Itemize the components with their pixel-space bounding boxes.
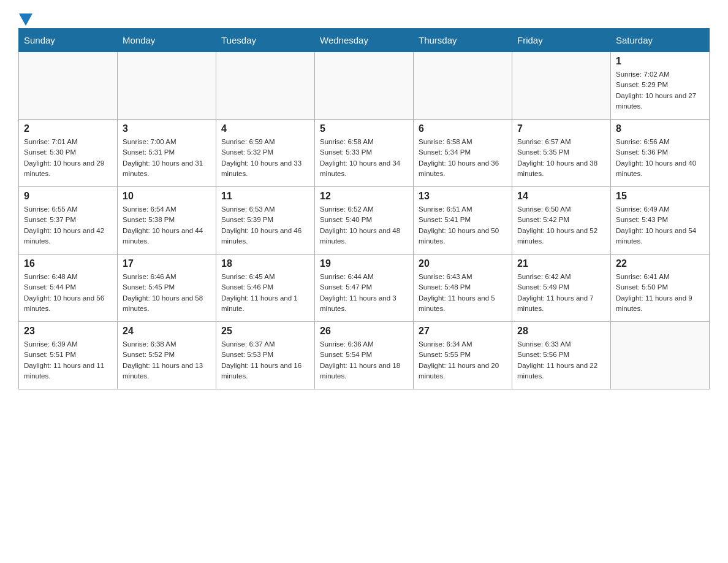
logo — [18, 12, 32, 22]
calendar-cell — [512, 52, 611, 120]
weekday-header-tuesday: Tuesday — [216, 29, 315, 52]
day-info: Sunrise: 6:34 AM Sunset: 5:55 PM Dayligh… — [419, 339, 507, 381]
day-number: 17 — [123, 258, 211, 269]
day-info: Sunrise: 6:36 AM Sunset: 5:54 PM Dayligh… — [320, 339, 408, 381]
day-number: 22 — [616, 258, 704, 269]
day-number: 7 — [517, 123, 605, 134]
calendar-cell: 21Sunrise: 6:42 AM Sunset: 5:49 PM Dayli… — [512, 255, 611, 322]
weekday-header-thursday: Thursday — [414, 29, 512, 52]
day-info: Sunrise: 6:50 AM Sunset: 5:42 PM Dayligh… — [517, 204, 605, 247]
day-info: Sunrise: 6:43 AM Sunset: 5:48 PM Dayligh… — [419, 272, 507, 314]
day-number: 5 — [320, 123, 408, 134]
calendar-table: SundayMondayTuesdayWednesdayThursdayFrid… — [18, 28, 710, 389]
calendar-cell — [611, 322, 710, 389]
week-row-1: 1Sunrise: 7:02 AM Sunset: 5:29 PM Daylig… — [19, 52, 710, 120]
calendar-cell: 25Sunrise: 6:37 AM Sunset: 5:53 PM Dayli… — [216, 322, 315, 389]
page-header — [18, 12, 710, 22]
calendar-cell: 19Sunrise: 6:44 AM Sunset: 5:47 PM Dayli… — [315, 255, 414, 322]
day-number: 24 — [123, 326, 211, 337]
day-info: Sunrise: 7:02 AM Sunset: 5:29 PM Dayligh… — [616, 69, 704, 112]
day-number: 21 — [517, 258, 605, 269]
logo-triangle-icon — [19, 13, 32, 27]
calendar-cell: 26Sunrise: 6:36 AM Sunset: 5:54 PM Dayli… — [315, 322, 414, 389]
day-number: 9 — [24, 191, 112, 202]
calendar-cell: 28Sunrise: 6:33 AM Sunset: 5:56 PM Dayli… — [512, 322, 611, 389]
day-info: Sunrise: 6:53 AM Sunset: 5:39 PM Dayligh… — [221, 204, 309, 247]
calendar-cell: 23Sunrise: 6:39 AM Sunset: 5:51 PM Dayli… — [19, 322, 118, 389]
day-info: Sunrise: 7:00 AM Sunset: 5:31 PM Dayligh… — [123, 137, 211, 179]
svg-marker-0 — [19, 13, 32, 26]
calendar-cell: 15Sunrise: 6:49 AM Sunset: 5:43 PM Dayli… — [611, 187, 710, 255]
calendar-cell: 1Sunrise: 7:02 AM Sunset: 5:29 PM Daylig… — [611, 52, 710, 120]
day-info: Sunrise: 6:55 AM Sunset: 5:37 PM Dayligh… — [24, 204, 112, 247]
day-info: Sunrise: 6:42 AM Sunset: 5:49 PM Dayligh… — [517, 272, 605, 314]
day-info: Sunrise: 6:57 AM Sunset: 5:35 PM Dayligh… — [517, 137, 605, 179]
calendar-cell: 18Sunrise: 6:45 AM Sunset: 5:46 PM Dayli… — [216, 255, 315, 322]
calendar-cell: 3Sunrise: 7:00 AM Sunset: 5:31 PM Daylig… — [118, 120, 216, 187]
day-info: Sunrise: 6:48 AM Sunset: 5:44 PM Dayligh… — [24, 272, 112, 314]
day-number: 14 — [517, 191, 605, 202]
day-info: Sunrise: 6:44 AM Sunset: 5:47 PM Dayligh… — [320, 272, 408, 314]
calendar-cell: 10Sunrise: 6:54 AM Sunset: 5:38 PM Dayli… — [118, 187, 216, 255]
day-info: Sunrise: 6:58 AM Sunset: 5:34 PM Dayligh… — [419, 137, 507, 179]
calendar-cell: 11Sunrise: 6:53 AM Sunset: 5:39 PM Dayli… — [216, 187, 315, 255]
calendar-cell — [216, 52, 315, 120]
calendar-cell: 17Sunrise: 6:46 AM Sunset: 5:45 PM Dayli… — [118, 255, 216, 322]
calendar-cell: 20Sunrise: 6:43 AM Sunset: 5:48 PM Dayli… — [414, 255, 512, 322]
calendar-cell — [118, 52, 216, 120]
day-number: 28 — [517, 326, 605, 337]
calendar-cell: 14Sunrise: 6:50 AM Sunset: 5:42 PM Dayli… — [512, 187, 611, 255]
day-info: Sunrise: 6:56 AM Sunset: 5:36 PM Dayligh… — [616, 137, 704, 179]
weekday-header-wednesday: Wednesday — [315, 29, 414, 52]
day-info: Sunrise: 6:38 AM Sunset: 5:52 PM Dayligh… — [123, 339, 211, 381]
day-number: 20 — [419, 258, 507, 269]
weekday-header-row: SundayMondayTuesdayWednesdayThursdayFrid… — [19, 29, 710, 52]
day-number: 8 — [616, 123, 704, 134]
day-number: 16 — [24, 258, 112, 269]
day-number: 13 — [419, 191, 507, 202]
weekday-header-friday: Friday — [512, 29, 611, 52]
day-info: Sunrise: 7:01 AM Sunset: 5:30 PM Dayligh… — [24, 137, 112, 179]
day-info: Sunrise: 6:39 AM Sunset: 5:51 PM Dayligh… — [24, 339, 112, 381]
day-number: 27 — [419, 326, 507, 337]
day-number: 23 — [24, 326, 112, 337]
calendar-cell: 4Sunrise: 6:59 AM Sunset: 5:32 PM Daylig… — [216, 120, 315, 187]
day-number: 25 — [221, 326, 309, 337]
week-row-2: 2Sunrise: 7:01 AM Sunset: 5:30 PM Daylig… — [19, 120, 710, 187]
calendar-cell: 7Sunrise: 6:57 AM Sunset: 5:35 PM Daylig… — [512, 120, 611, 187]
day-info: Sunrise: 6:46 AM Sunset: 5:45 PM Dayligh… — [123, 272, 211, 314]
weekday-header-monday: Monday — [118, 29, 216, 52]
day-number: 1 — [616, 56, 704, 67]
day-info: Sunrise: 6:51 AM Sunset: 5:41 PM Dayligh… — [419, 204, 507, 247]
day-info: Sunrise: 6:49 AM Sunset: 5:43 PM Dayligh… — [616, 204, 704, 247]
calendar-cell: 6Sunrise: 6:58 AM Sunset: 5:34 PM Daylig… — [414, 120, 512, 187]
day-info: Sunrise: 6:41 AM Sunset: 5:50 PM Dayligh… — [616, 272, 704, 314]
day-number: 6 — [419, 123, 507, 134]
calendar-cell: 22Sunrise: 6:41 AM Sunset: 5:50 PM Dayli… — [611, 255, 710, 322]
week-row-3: 9Sunrise: 6:55 AM Sunset: 5:37 PM Daylig… — [19, 187, 710, 255]
day-info: Sunrise: 6:45 AM Sunset: 5:46 PM Dayligh… — [221, 272, 309, 314]
calendar-cell — [315, 52, 414, 120]
calendar-cell: 13Sunrise: 6:51 AM Sunset: 5:41 PM Dayli… — [414, 187, 512, 255]
day-number: 4 — [221, 123, 309, 134]
calendar-cell: 2Sunrise: 7:01 AM Sunset: 5:30 PM Daylig… — [19, 120, 118, 187]
day-info: Sunrise: 6:58 AM Sunset: 5:33 PM Dayligh… — [320, 137, 408, 179]
day-info: Sunrise: 6:52 AM Sunset: 5:40 PM Dayligh… — [320, 204, 408, 247]
weekday-header-sunday: Sunday — [19, 29, 118, 52]
week-row-5: 23Sunrise: 6:39 AM Sunset: 5:51 PM Dayli… — [19, 322, 710, 389]
calendar-cell: 24Sunrise: 6:38 AM Sunset: 5:52 PM Dayli… — [118, 322, 216, 389]
day-number: 10 — [123, 191, 211, 202]
calendar-cell: 8Sunrise: 6:56 AM Sunset: 5:36 PM Daylig… — [611, 120, 710, 187]
calendar-cell: 9Sunrise: 6:55 AM Sunset: 5:37 PM Daylig… — [19, 187, 118, 255]
day-number: 12 — [320, 191, 408, 202]
day-number: 18 — [221, 258, 309, 269]
weekday-header-saturday: Saturday — [611, 29, 710, 52]
day-info: Sunrise: 6:54 AM Sunset: 5:38 PM Dayligh… — [123, 204, 211, 247]
calendar-cell: 16Sunrise: 6:48 AM Sunset: 5:44 PM Dayli… — [19, 255, 118, 322]
calendar-cell: 12Sunrise: 6:52 AM Sunset: 5:40 PM Dayli… — [315, 187, 414, 255]
day-info: Sunrise: 6:37 AM Sunset: 5:53 PM Dayligh… — [221, 339, 309, 381]
day-number: 15 — [616, 191, 704, 202]
day-info: Sunrise: 6:33 AM Sunset: 5:56 PM Dayligh… — [517, 339, 605, 381]
day-number: 26 — [320, 326, 408, 337]
day-number: 11 — [221, 191, 309, 202]
